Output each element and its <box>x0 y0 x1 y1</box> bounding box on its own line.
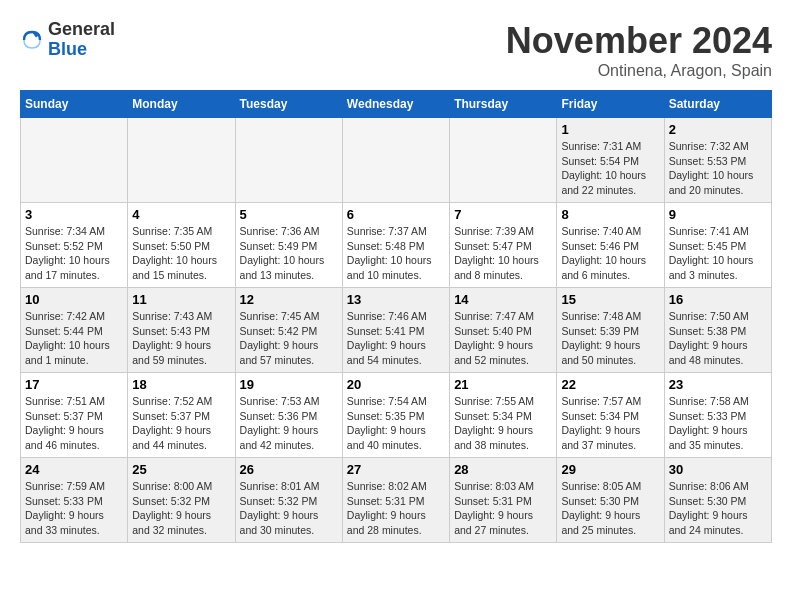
day-cell: 7Sunrise: 7:39 AM Sunset: 5:47 PM Daylig… <box>450 203 557 288</box>
day-number: 12 <box>240 292 338 307</box>
day-info: Sunrise: 7:47 AM Sunset: 5:40 PM Dayligh… <box>454 309 552 368</box>
logo-icon <box>20 28 44 52</box>
day-info: Sunrise: 7:37 AM Sunset: 5:48 PM Dayligh… <box>347 224 445 283</box>
day-number: 2 <box>669 122 767 137</box>
day-number: 9 <box>669 207 767 222</box>
day-number: 21 <box>454 377 552 392</box>
day-info: Sunrise: 8:00 AM Sunset: 5:32 PM Dayligh… <box>132 479 230 538</box>
day-number: 4 <box>132 207 230 222</box>
week-row-5: 24Sunrise: 7:59 AM Sunset: 5:33 PM Dayli… <box>21 458 772 543</box>
day-info: Sunrise: 8:03 AM Sunset: 5:31 PM Dayligh… <box>454 479 552 538</box>
calendar-body: 1Sunrise: 7:31 AM Sunset: 5:54 PM Daylig… <box>21 118 772 543</box>
day-number: 19 <box>240 377 338 392</box>
day-cell: 1Sunrise: 7:31 AM Sunset: 5:54 PM Daylig… <box>557 118 664 203</box>
day-cell: 4Sunrise: 7:35 AM Sunset: 5:50 PM Daylig… <box>128 203 235 288</box>
day-cell: 13Sunrise: 7:46 AM Sunset: 5:41 PM Dayli… <box>342 288 449 373</box>
day-number: 7 <box>454 207 552 222</box>
day-number: 28 <box>454 462 552 477</box>
day-number: 17 <box>25 377 123 392</box>
day-cell: 15Sunrise: 7:48 AM Sunset: 5:39 PM Dayli… <box>557 288 664 373</box>
day-cell: 14Sunrise: 7:47 AM Sunset: 5:40 PM Dayli… <box>450 288 557 373</box>
day-info: Sunrise: 7:42 AM Sunset: 5:44 PM Dayligh… <box>25 309 123 368</box>
day-info: Sunrise: 7:46 AM Sunset: 5:41 PM Dayligh… <box>347 309 445 368</box>
day-info: Sunrise: 7:39 AM Sunset: 5:47 PM Dayligh… <box>454 224 552 283</box>
day-info: Sunrise: 8:06 AM Sunset: 5:30 PM Dayligh… <box>669 479 767 538</box>
day-cell: 6Sunrise: 7:37 AM Sunset: 5:48 PM Daylig… <box>342 203 449 288</box>
day-cell: 18Sunrise: 7:52 AM Sunset: 5:37 PM Dayli… <box>128 373 235 458</box>
day-cell: 16Sunrise: 7:50 AM Sunset: 5:38 PM Dayli… <box>664 288 771 373</box>
day-info: Sunrise: 7:40 AM Sunset: 5:46 PM Dayligh… <box>561 224 659 283</box>
day-number: 15 <box>561 292 659 307</box>
day-cell: 9Sunrise: 7:41 AM Sunset: 5:45 PM Daylig… <box>664 203 771 288</box>
day-cell: 30Sunrise: 8:06 AM Sunset: 5:30 PM Dayli… <box>664 458 771 543</box>
day-cell <box>21 118 128 203</box>
day-info: Sunrise: 7:57 AM Sunset: 5:34 PM Dayligh… <box>561 394 659 453</box>
calendar-table: SundayMondayTuesdayWednesdayThursdayFrid… <box>20 90 772 543</box>
day-number: 6 <box>347 207 445 222</box>
day-cell: 27Sunrise: 8:02 AM Sunset: 5:31 PM Dayli… <box>342 458 449 543</box>
week-row-3: 10Sunrise: 7:42 AM Sunset: 5:44 PM Dayli… <box>21 288 772 373</box>
day-info: Sunrise: 8:05 AM Sunset: 5:30 PM Dayligh… <box>561 479 659 538</box>
day-info: Sunrise: 7:32 AM Sunset: 5:53 PM Dayligh… <box>669 139 767 198</box>
day-info: Sunrise: 7:45 AM Sunset: 5:42 PM Dayligh… <box>240 309 338 368</box>
day-cell: 12Sunrise: 7:45 AM Sunset: 5:42 PM Dayli… <box>235 288 342 373</box>
day-number: 8 <box>561 207 659 222</box>
day-cell: 10Sunrise: 7:42 AM Sunset: 5:44 PM Dayli… <box>21 288 128 373</box>
day-info: Sunrise: 7:50 AM Sunset: 5:38 PM Dayligh… <box>669 309 767 368</box>
day-number: 23 <box>669 377 767 392</box>
day-cell: 19Sunrise: 7:53 AM Sunset: 5:36 PM Dayli… <box>235 373 342 458</box>
day-cell <box>235 118 342 203</box>
day-info: Sunrise: 7:54 AM Sunset: 5:35 PM Dayligh… <box>347 394 445 453</box>
day-cell: 8Sunrise: 7:40 AM Sunset: 5:46 PM Daylig… <box>557 203 664 288</box>
day-number: 13 <box>347 292 445 307</box>
day-number: 5 <box>240 207 338 222</box>
column-header-monday: Monday <box>128 91 235 118</box>
day-cell: 24Sunrise: 7:59 AM Sunset: 5:33 PM Dayli… <box>21 458 128 543</box>
day-number: 14 <box>454 292 552 307</box>
day-cell <box>342 118 449 203</box>
day-info: Sunrise: 7:35 AM Sunset: 5:50 PM Dayligh… <box>132 224 230 283</box>
day-number: 3 <box>25 207 123 222</box>
day-cell <box>128 118 235 203</box>
day-cell: 29Sunrise: 8:05 AM Sunset: 5:30 PM Dayli… <box>557 458 664 543</box>
column-header-tuesday: Tuesday <box>235 91 342 118</box>
day-info: Sunrise: 7:58 AM Sunset: 5:33 PM Dayligh… <box>669 394 767 453</box>
day-cell <box>450 118 557 203</box>
month-title: November 2024 <box>506 20 772 62</box>
day-info: Sunrise: 8:02 AM Sunset: 5:31 PM Dayligh… <box>347 479 445 538</box>
day-number: 30 <box>669 462 767 477</box>
day-number: 11 <box>132 292 230 307</box>
column-header-wednesday: Wednesday <box>342 91 449 118</box>
day-info: Sunrise: 7:43 AM Sunset: 5:43 PM Dayligh… <box>132 309 230 368</box>
day-cell: 28Sunrise: 8:03 AM Sunset: 5:31 PM Dayli… <box>450 458 557 543</box>
day-cell: 20Sunrise: 7:54 AM Sunset: 5:35 PM Dayli… <box>342 373 449 458</box>
day-info: Sunrise: 7:34 AM Sunset: 5:52 PM Dayligh… <box>25 224 123 283</box>
column-header-thursday: Thursday <box>450 91 557 118</box>
day-number: 29 <box>561 462 659 477</box>
day-info: Sunrise: 7:41 AM Sunset: 5:45 PM Dayligh… <box>669 224 767 283</box>
day-info: Sunrise: 7:59 AM Sunset: 5:33 PM Dayligh… <box>25 479 123 538</box>
day-cell: 5Sunrise: 7:36 AM Sunset: 5:49 PM Daylig… <box>235 203 342 288</box>
day-info: Sunrise: 7:36 AM Sunset: 5:49 PM Dayligh… <box>240 224 338 283</box>
logo: General Blue <box>20 20 115 60</box>
logo-blue: Blue <box>48 40 115 60</box>
page-header: General Blue November 2024 Ontinena, Ara… <box>20 20 772 80</box>
day-number: 16 <box>669 292 767 307</box>
day-number: 22 <box>561 377 659 392</box>
day-info: Sunrise: 7:55 AM Sunset: 5:34 PM Dayligh… <box>454 394 552 453</box>
day-cell: 2Sunrise: 7:32 AM Sunset: 5:53 PM Daylig… <box>664 118 771 203</box>
day-cell: 11Sunrise: 7:43 AM Sunset: 5:43 PM Dayli… <box>128 288 235 373</box>
column-header-friday: Friday <box>557 91 664 118</box>
day-number: 26 <box>240 462 338 477</box>
day-info: Sunrise: 7:52 AM Sunset: 5:37 PM Dayligh… <box>132 394 230 453</box>
column-header-saturday: Saturday <box>664 91 771 118</box>
day-cell: 3Sunrise: 7:34 AM Sunset: 5:52 PM Daylig… <box>21 203 128 288</box>
header-row: SundayMondayTuesdayWednesdayThursdayFrid… <box>21 91 772 118</box>
location: Ontinena, Aragon, Spain <box>506 62 772 80</box>
day-info: Sunrise: 8:01 AM Sunset: 5:32 PM Dayligh… <box>240 479 338 538</box>
title-block: November 2024 Ontinena, Aragon, Spain <box>506 20 772 80</box>
day-cell: 22Sunrise: 7:57 AM Sunset: 5:34 PM Dayli… <box>557 373 664 458</box>
week-row-2: 3Sunrise: 7:34 AM Sunset: 5:52 PM Daylig… <box>21 203 772 288</box>
day-cell: 26Sunrise: 8:01 AM Sunset: 5:32 PM Dayli… <box>235 458 342 543</box>
week-row-4: 17Sunrise: 7:51 AM Sunset: 5:37 PM Dayli… <box>21 373 772 458</box>
